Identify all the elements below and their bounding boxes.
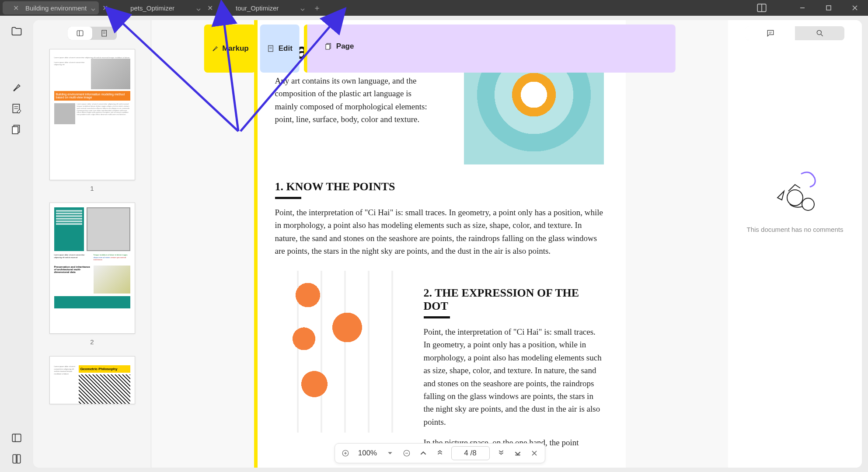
svg-rect-3 [826, 6, 831, 10]
dots-image [275, 271, 406, 433]
mode-label: Edit [279, 44, 293, 53]
thumbnail-page-1[interactable]: Lorem ipsum dolor sit amet consectetur a… [49, 49, 135, 180]
text-edit-icon [267, 45, 275, 52]
right-panel: This document has no comments [728, 20, 862, 468]
zoom-out-button[interactable] [401, 448, 412, 458]
app-body: Lorem ipsum dolor sit amet consectetur a… [0, 16, 868, 472]
book-icon[interactable] [8, 450, 25, 468]
tab-label: pets_Optimizer [130, 4, 174, 12]
page-surface[interactable]: Plane Space Any art contains its own lan… [151, 20, 728, 468]
titlebar: ✕ Building environment ✕ pets_Optimizer … [0, 0, 868, 16]
next-page-button[interactable] [512, 448, 523, 458]
last-page-button[interactable] [496, 448, 506, 458]
section-rule [275, 197, 301, 199]
mode-edit-button[interactable]: Edit [260, 24, 300, 73]
tab-pets-optimizer[interactable]: pets_Optimizer [123, 1, 204, 14]
thumbnail-page-2[interactable]: Lorem ipsum dolor sit amet consectetur a… [49, 203, 135, 334]
tab-building-environment[interactable]: ✕ Building environment [3, 1, 99, 14]
thumb2-title: Preservation and inheritance of architec… [54, 266, 91, 294]
section-rule [424, 316, 450, 318]
window-close-button[interactable] [842, 0, 868, 16]
svg-point-29 [817, 30, 821, 35]
page-organize-icon[interactable] [8, 121, 25, 138]
layout-split-icon[interactable] [756, 2, 767, 14]
chevron-down-icon[interactable] [300, 6, 305, 10]
intro-paragraph: Any art contains its own language, and t… [275, 74, 432, 126]
svg-point-32 [802, 198, 814, 210]
svg-rect-8 [12, 127, 18, 134]
window-maximize-button[interactable] [816, 0, 842, 16]
section-1-heading: 1. KNOW THE POINTS [275, 180, 604, 193]
thumbnail-column: Lorem ipsum dolor sit amet consectetur a… [33, 20, 151, 468]
thumbnail-label: 1 [90, 185, 94, 192]
tab-tour-optimizer[interactable]: tour_Optimizer [229, 1, 308, 14]
thumbnail-view-segment [68, 27, 117, 40]
svg-rect-11 [77, 31, 83, 36]
zoom-in-button[interactable] [340, 448, 351, 458]
thumbnail-item-1[interactable]: Lorem ipsum dolor sit amet consectetur a… [33, 49, 151, 192]
prev-page-button[interactable] [418, 448, 429, 458]
comments-button[interactable] [746, 26, 795, 40]
left-rail [4, 20, 29, 468]
page-organize-icon [325, 42, 333, 50]
close-nav-button[interactable] [529, 448, 540, 458]
comments-empty-text: This document has no comments [747, 225, 844, 234]
tab-label: Building environment [25, 4, 87, 12]
tab-close-building[interactable]: ✕ [10, 3, 21, 13]
thumbnail-list[interactable]: Lorem ipsum dolor sit amet consectetur a… [33, 42, 151, 468]
tab-external-close-2[interactable]: ✕ [205, 3, 216, 13]
mode-label: Markup [222, 44, 248, 53]
mode-page-button[interactable]: Page [304, 24, 676, 73]
page-navigation-bar: 100% 4 /8 [335, 443, 545, 463]
thumb1-title: Building environment information modelin… [54, 91, 130, 101]
section-1-paragraph: Point, the interpretation of "Ci Hai" is… [275, 206, 604, 258]
thumbnail-page-3[interactable]: Lorem ipsum dolor sit amet consectetur a… [49, 356, 135, 404]
mode-tabs: Markup Edit Page [204, 24, 676, 73]
thumbnail-label: 2 [90, 338, 94, 346]
document-view: Markup Edit Page Plane Space Any art [151, 20, 728, 468]
window-minimize-button[interactable] [789, 0, 816, 16]
mode-markup-button[interactable]: Markup [204, 24, 255, 73]
thumbnail-toolbar [33, 20, 151, 42]
svg-point-31 [787, 190, 803, 206]
main-panel: Lorem ipsum dolor sit amet consectetur a… [33, 20, 862, 468]
highlighter-icon[interactable] [8, 79, 25, 96]
section-2-heading: 2. THE EXPRESSION OF THE DOT [424, 287, 604, 313]
svg-rect-9 [12, 434, 21, 441]
sidebar-toggle-icon[interactable] [8, 429, 25, 447]
zoom-value: 100% [357, 449, 379, 458]
svg-rect-20 [326, 45, 330, 49]
comments-illustration [769, 167, 821, 220]
thumbnail-outline-button[interactable] [92, 27, 117, 40]
tab-external-close-1[interactable]: ✕ [100, 3, 110, 13]
highlighter-icon [211, 45, 219, 52]
titlebar-right [756, 0, 868, 16]
first-page-button[interactable] [435, 448, 445, 458]
zoom-dropdown-button[interactable] [385, 448, 395, 458]
thumbnail-item-2[interactable]: Lorem ipsum dolor sit amet consectetur a… [33, 203, 151, 346]
page-number-value: 4 /8 [464, 449, 476, 458]
chevron-down-icon[interactable] [91, 6, 95, 10]
page-number-input[interactable]: 4 /8 [451, 446, 490, 460]
chevron-down-icon[interactable] [196, 6, 201, 10]
tab-add-button[interactable]: ＋ [312, 3, 322, 13]
thumbnail-item-3[interactable]: Lorem ipsum dolor sit amet consectetur a… [33, 356, 151, 404]
comments-empty-state: This document has no comments [747, 167, 844, 234]
svg-line-30 [821, 35, 823, 36]
thumbnail-grid-button[interactable] [68, 27, 92, 40]
tabs-container: ✕ Building environment ✕ pets_Optimizer … [0, 0, 322, 16]
mode-label: Page [336, 42, 354, 51]
search-button[interactable] [795, 26, 844, 40]
text-edit-icon[interactable] [8, 100, 25, 117]
thumb3-title: Geometric Philosophy [79, 365, 130, 373]
folder-icon[interactable] [8, 23, 25, 40]
document-page: Plane Space Any art contains its own lan… [254, 20, 626, 468]
right-toolbar [746, 26, 844, 40]
tab-label: tour_Optimizer [236, 4, 279, 12]
section-2-paragraph: Point, the interpretation of "Ci Hai" is… [424, 325, 604, 429]
